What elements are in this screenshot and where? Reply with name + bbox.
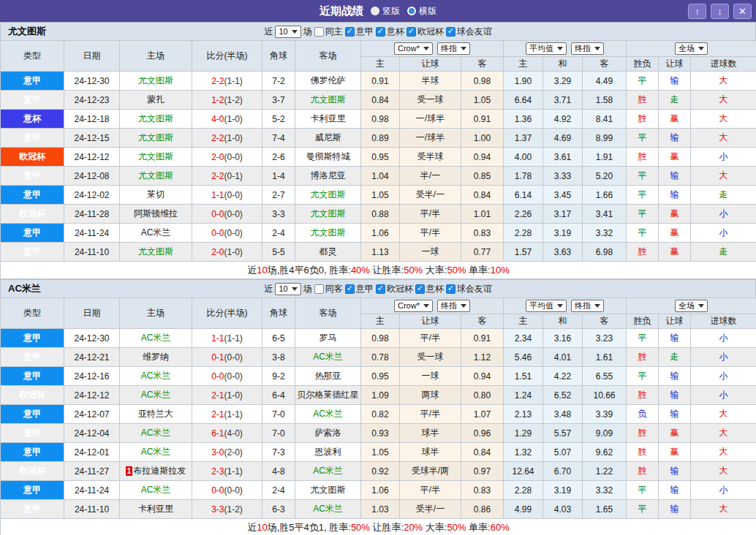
odds-home: 0.92 [361,462,400,481]
corners: 5-5 [262,243,295,262]
average-select[interactable]: 平均值 [526,300,567,312]
league-filter[interactable]: 球会友谊 [446,283,492,295]
match-count-select[interactable]: 10 [275,283,300,295]
average-select[interactable]: 平均值 [526,42,567,55]
avg-home: 2.26 [504,205,543,224]
result-goals: 大 [691,500,756,519]
league-badge: 意甲 [1,481,64,500]
col-away: 客场 [295,41,361,72]
league-filter[interactable]: 欧冠杯 [376,283,413,295]
avg-away: 9.62 [583,443,627,462]
home-team: AC米兰 [120,367,192,386]
result-handicap: 走 [659,348,691,367]
final-odds-select[interactable]: 终指 [437,42,470,55]
layout-vertical-radio[interactable]: 竖版 [371,5,400,18]
bookmaker-select[interactable]: Crow* [394,42,433,55]
handicap-line: 平/半 [400,224,461,243]
col-avg-draw: 和 [543,57,583,72]
avg-home: 1.37 [504,129,543,148]
league-badge: 欧冠杯 [1,205,64,224]
away-team: AC米兰 [295,405,361,424]
league-badge: 意甲 [1,329,64,348]
result-wdl: 胜 [627,148,659,167]
match-date: 24-11-10 [64,243,120,262]
result-goals: 大 [691,443,756,462]
acmilan-rows: 意甲 24-12-30 AC米兰 1-1(1-1) 6-5 罗马 0.98 平/… [1,329,756,519]
handicap-line: 受一球 [400,91,461,110]
summary-segment: 让胜率: [370,522,404,533]
final-odds-select[interactable]: 终指 [571,42,604,55]
result-handicap: 走 [659,91,691,110]
odds-away: 0.85 [461,167,504,186]
col-corner: 角球 [262,41,295,72]
col-odds-home: 主 [361,314,400,329]
layout-horizontal-radio[interactable]: 横版 [407,5,436,18]
final-odds-select[interactable]: 终指 [437,300,470,312]
away-team: 佛罗伦萨 [295,72,361,91]
away-team: 都灵 [295,243,361,262]
col-avg-home: 主 [504,314,543,329]
match-row: 欧冠杯 24-12-12 尤文图斯 2-0(0-0) 2-6 曼彻斯特城 0.9… [1,148,756,167]
chevron-down-icon [461,304,466,308]
summary-segment: 50% [447,265,466,276]
match-date: 24-11-24 [64,481,120,500]
match-count-select[interactable]: 10 [275,26,300,38]
odds-home: 0.98 [361,329,400,348]
scope-select[interactable]: 全场 [675,300,708,312]
team-name: 尤文图斯 [8,25,46,38]
near-label: 近 [264,283,273,295]
odds-away: 0.86 [461,500,504,519]
col-handicap-result: 让球 [659,314,691,329]
league-badge: 意甲 [1,405,64,424]
scope-select[interactable]: 全场 [675,42,708,55]
score: 3-3(1-2) [192,500,262,519]
result-handicap: 输 [659,386,691,405]
odds-home: 0.89 [361,129,400,148]
final-odds-select[interactable]: 终指 [571,300,604,312]
move-up-button[interactable]: ↑ [688,4,706,19]
chevron-down-icon [292,287,298,291]
league-filter[interactable]: 欧冠杯 [407,26,444,38]
match-row: 意甲 24-12-15 尤文图斯 2-2(1-0) 7-4 威尼斯 0.89 一… [1,129,756,148]
handicap-line: 受半球 [400,148,461,167]
same-venue-filter[interactable]: 同主 [314,26,343,38]
avg-draw: 3.61 [543,148,583,167]
league-filter[interactable]: 意杯 [376,26,404,38]
result-goals: 小 [691,367,756,386]
bookmaker-select[interactable]: Crow* [394,300,433,312]
home-team: 1布拉迪斯拉发 [120,462,192,481]
result-goals: 大 [691,405,756,424]
handicap-line: 半球 [400,72,461,91]
avg-away: 10.66 [583,386,627,405]
corners: 2-4 [262,224,295,243]
away-team: 卡利亚里 [295,110,361,129]
result-wdl: 平 [627,367,659,386]
avg-away: 1.61 [583,348,627,367]
summary-segment: 40% [351,265,370,276]
col-odds-away: 客 [461,314,504,329]
score: 2-3(1-1) [192,462,262,481]
away-team: 贝尔格莱德红星 [295,386,361,405]
radio-selected-icon [371,7,379,15]
result-wdl: 胜 [627,91,659,110]
league-filter[interactable]: 球会友谊 [446,26,492,38]
league-filter[interactable]: 意甲 [345,283,374,295]
avg-away: 1.58 [583,91,627,110]
avg-draw: 3.29 [543,72,583,91]
home-team: AC米兰 [120,481,192,500]
avg-draw: 3.33 [543,167,583,186]
close-button[interactable]: ✕ [733,4,752,19]
move-down-button[interactable]: ↓ [711,4,729,19]
away-team: 尤文图斯 [295,481,361,500]
result-goals: 走 [691,243,756,262]
same-venue-filter[interactable]: 同客 [314,283,343,295]
avg-home: 2.28 [504,224,543,243]
odds-away: 1.07 [461,405,504,424]
result-wdl: 胜 [627,386,659,405]
away-team: 博洛尼亚 [295,167,361,186]
corners: 7-2 [262,72,295,91]
league-filter[interactable]: 意杯 [415,283,444,295]
result-wdl: 平 [627,72,659,91]
odds-away: 0.94 [461,367,504,386]
league-filter[interactable]: 意甲 [345,26,374,38]
